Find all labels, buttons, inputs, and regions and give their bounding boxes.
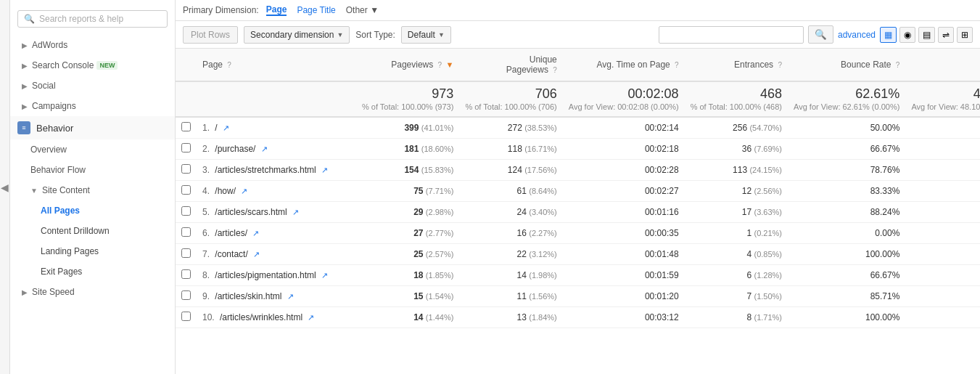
table-search-button[interactable]: 🔍 [808,25,833,44]
row-checkbox-6[interactable] [181,248,191,258]
row-checkbox-4[interactable] [181,206,191,216]
row-page-link[interactable]: /purchase/ [215,144,255,154]
row-external-link-icon[interactable]: ↗ [321,271,328,280]
sidebar-item-label: Behavior Flow [30,165,86,175]
row-page-link[interactable]: /articles/ [215,228,247,238]
row-checkbox-1[interactable] [181,143,191,153]
row-external-link-icon[interactable]: ↗ [241,187,247,195]
row-external-link-icon[interactable]: ↗ [308,313,314,322]
row-avg-time: 00:02:14 [563,117,685,139]
view-pivot-button[interactable]: ⊞ [957,27,973,43]
view-table-button[interactable]: ▦ [880,27,897,43]
sidebar-item-site-speed[interactable]: ▶ Site Speed [10,282,175,302]
row-checkbox-cell[interactable] [176,307,197,328]
row-checkbox-cell[interactable] [176,117,197,139]
row-page-link[interactable]: /articles/scars.html [215,207,287,217]
row-pageviews: 25 (2.57%) [356,244,459,265]
col-header-pct-exit: % Exit ? [905,49,980,81]
row-pct-exit: 41.33% [905,181,980,202]
row-avg-time: 00:00:35 [563,223,685,244]
row-checkbox-cell[interactable] [176,286,197,307]
row-page-link[interactable]: /articles/wrinkles.html [220,312,302,322]
table-header-row: Page ? Pageviews ? ▼ UniquePageviews ? A… [176,49,980,81]
entrances-help-icon[interactable]: ? [778,61,782,69]
view-bar-button[interactable]: ▤ [918,27,935,43]
row-checkbox-cell[interactable] [176,244,197,265]
sidebar-item-label: Site Content [42,185,90,195]
sidebar-item-exit-pages[interactable]: Exit Pages [10,261,175,282]
dim-page-title-link[interactable]: Page Title [297,5,335,15]
table-search-input[interactable] [659,26,804,44]
row-number: 9. [202,291,213,301]
sidebar-item-behavior-flow[interactable]: Behavior Flow [10,160,175,180]
row-external-link-icon[interactable]: ↗ [252,229,259,237]
summary-unique-pv: 706 % of Total: 100.00% (706) [459,81,562,117]
row-external-link-icon[interactable]: ↗ [253,250,260,259]
sidebar-item-landing-pages[interactable]: Landing Pages [10,241,175,261]
row-external-link-icon[interactable]: ↗ [223,123,229,132]
row-page-link[interactable]: /contact/ [215,249,247,259]
sidebar-item-adwords[interactable]: ▶ AdWords [10,35,175,55]
row-external-link-icon[interactable]: ↗ [287,292,294,301]
row-checkbox-7[interactable] [181,269,191,279]
row-checkbox-3[interactable] [181,185,191,195]
row-page-link[interactable]: /articles/stretchmarks.html [215,165,316,175]
unique-pv-help-icon[interactable]: ? [553,66,557,74]
row-page-link[interactable]: /how/ [215,186,236,196]
row-bounce-rate: 78.76% [788,160,905,181]
row-pageviews: 75 (7.71%) [356,181,459,202]
search-right-area: 🔍 advanced ▦ ◉ ▤ ⇌ ⊞ [659,25,973,44]
row-checkbox-cell[interactable] [176,202,197,223]
row-entrances: 7 (1.50%) [685,286,788,307]
dim-page-link[interactable]: Page [266,4,287,16]
page-help-icon[interactable]: ? [227,61,231,69]
row-pageviews: 399 (41.01%) [356,117,459,139]
row-entrances: 256 (54.70%) [685,117,788,139]
row-checkbox-0[interactable] [181,122,191,131]
avg-time-help-icon[interactable]: ? [675,61,679,69]
sidebar-item-content-drilldown[interactable]: Content Drilldown [10,221,175,241]
row-checkbox-cell[interactable] [176,223,197,244]
sidebar-item-campaigns[interactable]: ▶ Campaigns [10,96,175,116]
bounce-rate-help-icon[interactable]: ? [896,61,900,69]
sidebar-item-all-pages[interactable]: All Pages [10,200,175,221]
row-checkbox-cell[interactable] [176,181,197,202]
row-bounce-rate: 100.00% [788,307,905,328]
row-checkbox-cell[interactable] [176,139,197,160]
row-page-link[interactable]: /articles/pigmentation.html [215,270,316,280]
row-bounce-rate: 85.71% [788,286,905,307]
row-external-link-icon[interactable]: ↗ [261,145,268,153]
dim-other-link[interactable]: Other ▼ [346,5,379,15]
view-pie-button[interactable]: ◉ [899,27,915,43]
row-checkbox-5[interactable] [181,227,191,237]
row-checkbox-9[interactable] [181,312,191,321]
row-checkbox-2[interactable] [181,164,191,174]
sidebar-item-social[interactable]: ▶ Social [10,76,175,96]
sidebar-collapse-button[interactable]: ◀ [0,0,10,374]
row-page-link[interactable]: /articles/skin.html [215,291,281,301]
row-checkbox-cell[interactable] [176,160,197,181]
pageviews-help-icon[interactable]: ? [438,61,442,69]
row-checkbox-8[interactable] [181,290,191,300]
row-page-link[interactable]: / [215,123,217,133]
sidebar-item-search-console[interactable]: ▶ Search Console NEW [10,55,175,76]
site-content-arrow-icon: ▼ [30,187,38,195]
secondary-dim-dropdown[interactable]: Secondary dimension ▼ [244,26,350,44]
row-entrances: 4 (0.85%) [685,244,788,265]
sidebar-item-site-content[interactable]: ▼ Site Content [10,180,175,200]
site-speed-arrow-icon: ▶ [22,288,28,296]
row-external-link-icon[interactable]: ↗ [292,208,299,216]
sidebar-item-label: Site Speed [32,287,75,297]
advanced-link[interactable]: advanced [838,30,876,40]
plot-rows-button[interactable]: Plot Rows [183,26,238,44]
sidebar-item-label: Social [32,81,56,91]
view-compare-button[interactable]: ⇌ [938,27,954,43]
sidebar-item-behavior[interactable]: ≡ Behavior [10,116,175,139]
primary-dim-toolbar: Primary Dimension: Page Page Title Other… [176,0,980,21]
sidebar-search-box[interactable]: 🔍 Search reports & help [17,10,168,28]
row-external-link-icon[interactable]: ↗ [321,166,328,174]
sidebar-item-overview[interactable]: Overview [10,139,175,160]
sort-type-dropdown[interactable]: Default ▼ [401,26,451,44]
row-avg-time: 00:01:48 [563,244,685,265]
row-checkbox-cell[interactable] [176,265,197,286]
